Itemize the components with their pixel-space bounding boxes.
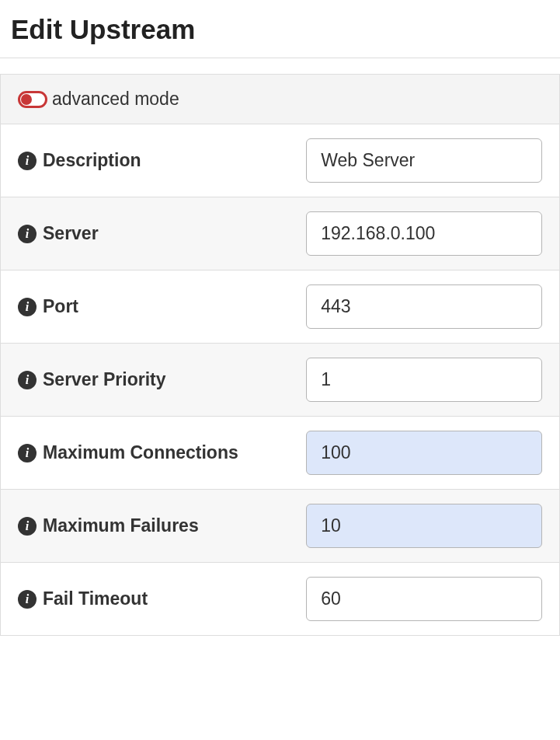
priority-input[interactable] bbox=[306, 358, 542, 402]
description-input[interactable] bbox=[306, 138, 542, 183]
field-label-cell: i Port bbox=[18, 296, 306, 317]
field-label: Fail Timeout bbox=[43, 588, 148, 609]
form-table: advanced mode i Description i Server i P… bbox=[0, 74, 560, 636]
info-icon[interactable]: i bbox=[18, 298, 37, 316]
info-icon[interactable]: i bbox=[18, 517, 37, 536]
fail-timeout-input[interactable] bbox=[306, 577, 542, 621]
field-label-cell: i Maximum Connections bbox=[18, 442, 306, 463]
field-row-description: i Description bbox=[1, 124, 559, 197]
max-connections-input[interactable] bbox=[306, 431, 542, 475]
advanced-mode-label: advanced mode bbox=[52, 89, 179, 110]
toggle-off-icon[interactable] bbox=[18, 91, 47, 108]
field-label-cell: i Description bbox=[18, 150, 306, 171]
field-row-fail-timeout: i Fail Timeout bbox=[1, 563, 559, 636]
field-row-priority: i Server Priority bbox=[1, 344, 559, 417]
info-icon[interactable]: i bbox=[18, 225, 37, 243]
info-icon[interactable]: i bbox=[18, 371, 37, 389]
field-label: Server Priority bbox=[43, 369, 166, 390]
page-title: Edit Upstream bbox=[0, 0, 560, 58]
field-label: Description bbox=[43, 150, 141, 171]
port-input[interactable] bbox=[306, 284, 542, 329]
field-label-cell: i Server Priority bbox=[18, 369, 306, 390]
field-label-cell: i Fail Timeout bbox=[18, 588, 306, 609]
field-label-cell: i Server bbox=[18, 223, 306, 244]
field-label: Server bbox=[43, 223, 99, 244]
info-icon[interactable]: i bbox=[18, 152, 37, 170]
field-label-cell: i Maximum Failures bbox=[18, 515, 306, 536]
field-row-port: i Port bbox=[1, 271, 559, 344]
field-row-max-connections: i Maximum Connections bbox=[1, 417, 559, 490]
field-row-max-failures: i Maximum Failures bbox=[1, 490, 559, 563]
info-icon[interactable]: i bbox=[18, 590, 37, 609]
info-icon[interactable]: i bbox=[18, 444, 37, 462]
field-row-server: i Server bbox=[1, 197, 559, 271]
field-label: Maximum Connections bbox=[43, 442, 238, 463]
max-failures-input[interactable] bbox=[306, 504, 542, 548]
advanced-mode-row: advanced mode bbox=[1, 75, 559, 124]
server-input[interactable] bbox=[306, 211, 542, 256]
field-label: Port bbox=[43, 296, 78, 317]
field-label: Maximum Failures bbox=[43, 515, 199, 536]
